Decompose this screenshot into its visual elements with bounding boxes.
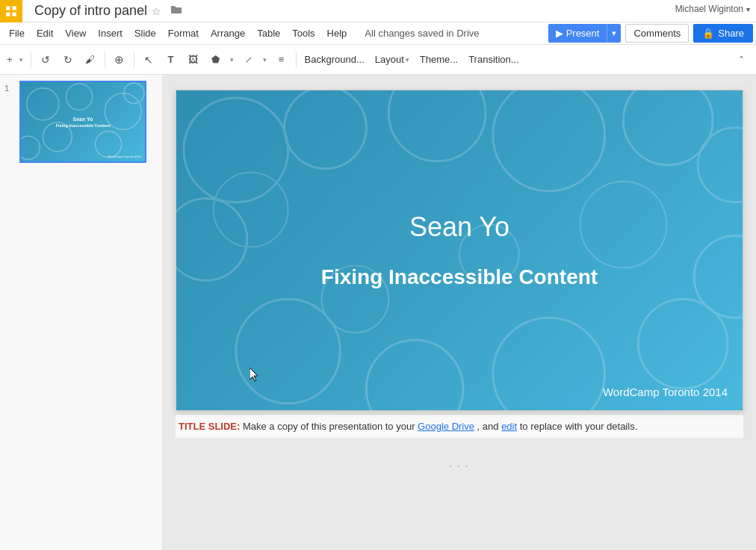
line-icon: ─ [242, 53, 255, 66]
folder-icon[interactable] [166, 4, 182, 17]
menu-format[interactable]: Format [162, 25, 205, 42]
share-label: Share [718, 28, 744, 39]
layout-arrow: ▾ [406, 56, 409, 64]
note-text-1: Make a copy of this presentation to your [243, 421, 418, 432]
undo-icon: ↺ [41, 54, 50, 66]
slide-subtitle[interactable]: Fixing Inaccessible Content [321, 265, 598, 289]
main-content: 1 Sean Yo Fixing Inaccessible Content [0, 75, 756, 550]
save-status: All changes saved in Drive [365, 28, 479, 39]
thumb-footer: WordCamp Toronto 2014 [108, 155, 141, 158]
svg-rect-0 [6, 6, 10, 10]
redo-button[interactable]: ↻ [58, 49, 78, 70]
user-name: Michael Wiginton [675, 4, 743, 14]
zoom-button[interactable]: ⊕ [109, 49, 130, 70]
more-content-indicator: . . . [450, 459, 470, 469]
svg-rect-3 [13, 13, 16, 16]
line-dropdown[interactable]: ▾ [261, 49, 270, 70]
title-area: Copy of intro panel ☆ [34, 3, 182, 19]
slide-thumbnail-1[interactable]: Sean Yo Fixing Inaccessible Content Word… [19, 81, 146, 163]
lock-icon: 🔒 [702, 28, 714, 39]
present-button-group: ▶ Present ▾ [548, 24, 621, 43]
right-menu-actions: ▶ Present ▾ Comments 🔒 Share [548, 24, 753, 43]
comments-button[interactable]: Comments [625, 24, 689, 43]
menu-tools[interactable]: Tools [286, 25, 320, 42]
share-button[interactable]: 🔒 Share [693, 24, 753, 43]
svg-rect-2 [6, 13, 10, 16]
user-dropdown-arrow[interactable]: ▾ [746, 5, 750, 13]
menu-arrange[interactable]: Arrange [205, 25, 251, 42]
theme-button[interactable]: Theme... [415, 52, 462, 67]
star-icon[interactable]: ☆ [152, 5, 161, 17]
collapse-toolbar-button[interactable]: ⌃ [731, 49, 752, 70]
google-drive-link[interactable]: Google Drive [418, 421, 474, 432]
cursor-icon: ↖ [144, 54, 153, 66]
text-icon: T [168, 54, 174, 65]
user-area[interactable]: Michael Wiginton ▾ [675, 4, 750, 14]
note-text-3: to replace with your details. [520, 421, 638, 432]
menu-insert[interactable]: Insert [92, 25, 128, 42]
app-icon [0, 0, 22, 22]
background-button[interactable]: Background... [300, 52, 369, 67]
redo-icon: ↻ [63, 54, 72, 66]
plus-icon: + [7, 54, 13, 65]
menu-help[interactable]: Help [321, 25, 353, 42]
slide-number: 1 [4, 81, 15, 93]
zoom-icon: ⊕ [114, 53, 124, 67]
separator-2 [105, 52, 105, 68]
present-button[interactable]: ▶ Present [548, 24, 607, 43]
add-button[interactable]: + [4, 49, 15, 70]
comment-icon: ≡ [279, 54, 285, 65]
slide-thumbnail-container: 1 Sean Yo Fixing Inaccessible Content [4, 81, 158, 163]
shape-button[interactable]: ⬟ [205, 49, 226, 70]
undo-button[interactable]: ↺ [35, 49, 56, 70]
main-slide[interactable]: Sean Yo Fixing Inaccessible Content Word… [176, 90, 743, 411]
separator-1 [31, 52, 31, 68]
title-bar: Copy of intro panel ☆ Michael Wiginton ▾ [0, 0, 756, 22]
note-label: TITLE SLIDE: [179, 421, 240, 432]
toolbar-right: ⌃ [731, 49, 752, 70]
slide-footer[interactable]: WordCamp Toronto 2014 [603, 386, 728, 398]
separator-3 [134, 52, 134, 68]
shape-icon: ⬟ [211, 54, 220, 65]
layout-button[interactable]: Layout ▾ [371, 52, 414, 67]
slide-title[interactable]: Sean Yo [409, 211, 509, 243]
edit-link[interactable]: edit [501, 421, 517, 432]
bottom-note: TITLE SLIDE: Make a copy of this present… [176, 414, 743, 438]
transition-button[interactable]: Transition... [464, 52, 523, 67]
svg-rect-1 [13, 6, 16, 10]
note-text-2: , and [477, 421, 502, 432]
add-dropdown-arrow[interactable]: ▾ [16, 49, 27, 70]
line-button[interactable]: ─ [238, 49, 259, 70]
slide-panel: 1 Sean Yo Fixing Inaccessible Content [0, 75, 163, 550]
menu-file[interactable]: File [3, 25, 31, 42]
paint-icon: 🖌 [85, 54, 95, 65]
present-dropdown-arrow[interactable]: ▾ [607, 24, 621, 43]
thumb-subtitle: Fixing Inaccessible Content [56, 123, 111, 128]
menu-bar: File Edit View Insert Slide Format Arran… [0, 22, 756, 45]
comment-button[interactable]: ≡ [271, 49, 292, 70]
select-button[interactable]: ↖ [138, 49, 159, 70]
thumb-title: Sean Yo [73, 117, 93, 122]
doc-title[interactable]: Copy of intro panel [34, 3, 147, 19]
thumb-text: Sean Yo Fixing Inaccessible Content [21, 82, 145, 161]
separator-4 [296, 52, 297, 68]
editor-area[interactable]: Sean Yo Fixing Inaccessible Content Word… [163, 75, 756, 550]
image-icon: 🖼 [188, 54, 198, 65]
layout-label: Layout [375, 54, 404, 65]
slide-content: Sean Yo Fixing Inaccessible Content [176, 90, 743, 410]
text-button[interactable]: T [161, 49, 182, 70]
collapse-icon: ⌃ [738, 55, 745, 64]
menu-edit[interactable]: Edit [31, 25, 59, 42]
shape-dropdown[interactable]: ▾ [228, 49, 237, 70]
image-button[interactable]: 🖼 [183, 49, 204, 70]
menu-table[interactable]: Table [251, 25, 286, 42]
menu-view[interactable]: View [59, 25, 92, 42]
toolbar: + ▾ ↺ ↻ 🖌 ⊕ ↖ T 🖼 ⬟ ▾ ─ ▾ ≡ Background..… [0, 45, 756, 75]
paint-format-button[interactable]: 🖌 [80, 49, 101, 70]
menu-slide[interactable]: Slide [128, 25, 162, 42]
